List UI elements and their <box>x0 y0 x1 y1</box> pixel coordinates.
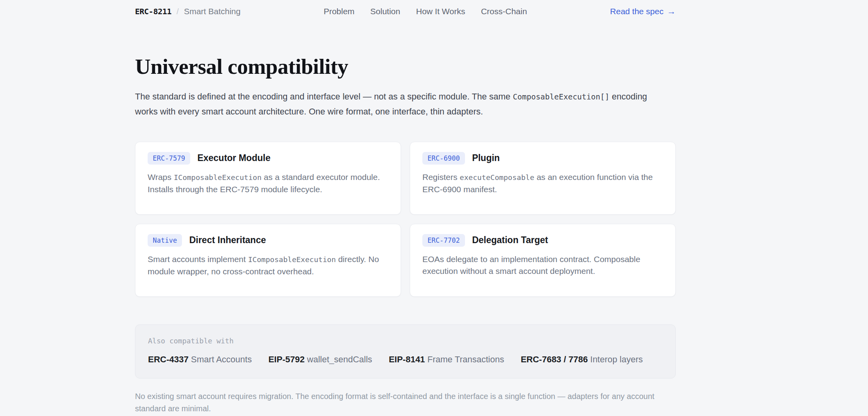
card-body-code: executeComposable <box>460 173 534 182</box>
card-title: Executor Module <box>197 153 270 163</box>
erc-badge: ERC-7702 <box>422 234 465 247</box>
card-header: Native Direct Inheritance <box>148 234 388 247</box>
compat-item-erc-4337: ERC-4337 Smart Accounts <box>148 354 252 365</box>
erc-badge: Native <box>148 234 182 247</box>
nav-link-solution[interactable]: Solution <box>370 7 400 16</box>
card-body-pre: Wraps <box>148 172 174 182</box>
migration-footnote: No existing smart account requires migra… <box>135 390 674 415</box>
card-body: EOAs delegate to an implementation contr… <box>422 253 659 277</box>
breadcrumb-separator: / <box>176 7 179 16</box>
nav-link-problem[interactable]: Problem <box>324 7 354 16</box>
compat-item-eip-5792: EIP-5792 wallet_sendCalls <box>268 354 372 365</box>
card-body: Wraps IComposableExecution as a standard… <box>148 171 384 195</box>
card-erc-7579-executor-module: ERC-7579 Executor Module Wraps IComposab… <box>135 142 401 215</box>
compat-item-desc: Smart Accounts <box>191 354 252 364</box>
compat-item-desc: wallet_sendCalls <box>307 354 372 364</box>
page-container: ERC-8211 / Smart Batching Problem Soluti… <box>135 0 676 415</box>
intro-text-pre: The standard is defined at the encoding … <box>135 92 513 101</box>
also-compatible-row: ERC-4337 Smart Accounts EIP-5792 wallet_… <box>148 354 663 365</box>
card-body-code: IComposableExecution <box>248 255 336 264</box>
page-title: Universal compatibility <box>135 55 676 79</box>
intro-paragraph: The standard is defined at the encoding … <box>135 89 658 119</box>
nav-links: Problem Solution How It Works Cross-Chai… <box>324 7 527 16</box>
card-body: Registers executeComposable as an execut… <box>422 171 659 195</box>
read-spec-link[interactable]: Read the spec → <box>610 6 676 17</box>
card-title: Direct Inheritance <box>189 235 266 245</box>
card-erc-6900-plugin: ERC-6900 Plugin Registers executeComposa… <box>410 142 676 215</box>
also-compatible-label: Also compatible with <box>148 337 663 345</box>
card-header: ERC-6900 Plugin <box>422 152 663 165</box>
top-nav: ERC-8211 / Smart Batching Problem Soluti… <box>135 0 676 17</box>
compat-item-desc: Interop layers <box>590 354 643 364</box>
card-body-pre: EOAs delegate to an implementation contr… <box>422 255 640 275</box>
card-body-pre: Smart accounts implement <box>148 255 248 264</box>
compat-item-id: EIP-8141 <box>389 354 425 364</box>
erc-badge: ERC-6900 <box>422 152 465 165</box>
card-title: Delegation Target <box>472 235 548 245</box>
nav-link-cross-chain[interactable]: Cross-Chain <box>481 7 527 16</box>
brand-erc-number: ERC-8211 <box>135 7 171 16</box>
compat-item-erc-7683-7786: ERC-7683 / 7786 Interop layers <box>521 354 643 365</box>
intro-inline-code: ComposableExecution[] <box>513 92 609 101</box>
nav-link-how-it-works[interactable]: How It Works <box>416 7 465 16</box>
arrow-right-icon: → <box>667 6 676 17</box>
compat-item-id: ERC-7683 / 7786 <box>521 354 588 364</box>
compat-item-id: ERC-4337 <box>148 354 189 364</box>
card-header: ERC-7579 Executor Module <box>148 152 388 165</box>
compat-item-id: EIP-5792 <box>268 354 305 364</box>
also-compatible-box: Also compatible with ERC-4337 Smart Acco… <box>135 324 676 379</box>
card-header: ERC-7702 Delegation Target <box>422 234 663 247</box>
card-native-direct-inheritance: Native Direct Inheritance Smart accounts… <box>135 224 401 297</box>
compat-item-eip-8141: EIP-8141 Frame Transactions <box>389 354 504 365</box>
brand-subtitle: Smart Batching <box>184 7 241 16</box>
card-erc-7702-delegation-target: ERC-7702 Delegation Target EOAs delegate… <box>410 224 676 297</box>
card-body: Smart accounts implement IComposableExec… <box>148 253 384 277</box>
compatibility-grid: ERC-7579 Executor Module Wraps IComposab… <box>135 142 676 297</box>
breadcrumb: ERC-8211 / Smart Batching <box>135 7 240 16</box>
card-body-code: IComposableExecution <box>174 173 261 182</box>
card-title: Plugin <box>472 153 500 163</box>
card-body-pre: Registers <box>422 172 460 182</box>
erc-badge: ERC-7579 <box>148 152 190 165</box>
compat-item-desc: Frame Transactions <box>427 354 504 364</box>
read-spec-label: Read the spec <box>610 7 664 16</box>
